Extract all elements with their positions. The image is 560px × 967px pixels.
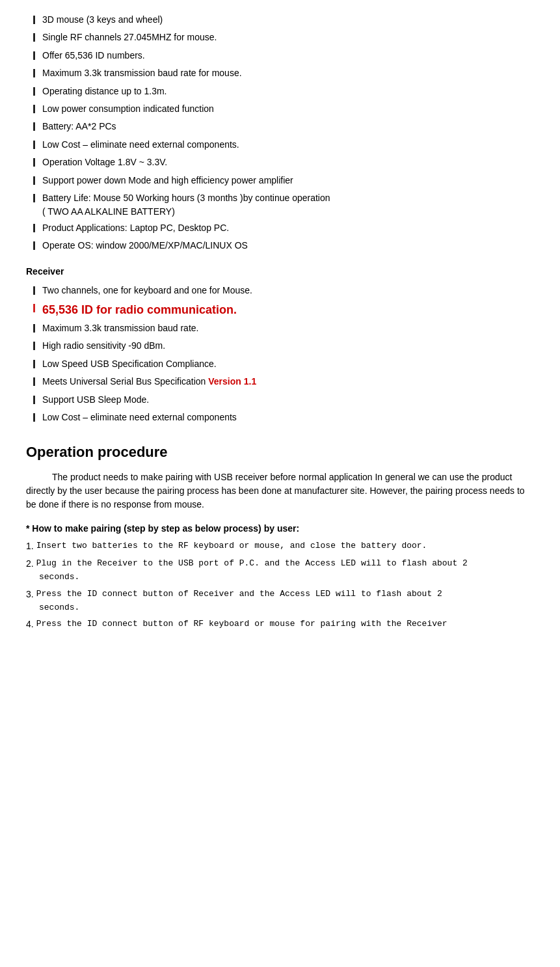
list-item: l Offer 65,536 ID numbers. <box>26 49 534 64</box>
list-item: l Single RF channels 27.045MHZ for mouse… <box>26 31 534 46</box>
list-item: l Support power down Mode and high effic… <box>26 174 534 189</box>
bullet-text: Battery Life: Mouse 50 Working hours (3 … <box>42 191 534 219</box>
list-item: l Maximum 3.3k transmission baud rate fo… <box>26 66 534 81</box>
list-item: l 65,536 ID for radio communication. <box>26 301 534 319</box>
bullet-marker: l <box>33 138 36 153</box>
list-item: l Meets Universal Serial Bus Specificati… <box>26 375 534 390</box>
bullet-marker: l <box>33 393 36 408</box>
bullet-text: Low Speed USB Specification Compliance. <box>42 357 534 371</box>
pairing-heading: * How to make pairing (step by step as b… <box>26 522 534 536</box>
bullet-text: Single RF channels 27.045MHZ for mouse. <box>42 31 534 44</box>
bullet-marker: l <box>33 339 36 354</box>
bullet-marker: l <box>33 284 36 299</box>
bullet-text-highlighted: 65,536 ID for radio communication. <box>42 301 534 319</box>
bullet-marker: l <box>33 66 36 81</box>
list-item: l Support USB Sleep Mode. <box>26 393 534 408</box>
bullet-text: Battery: AA*2 PCs <box>42 120 534 133</box>
bullet-marker: l <box>33 411 36 426</box>
list-item: l Low Cost – eliminate need external com… <box>26 411 534 426</box>
step-3-cont: seconds. <box>39 601 79 614</box>
list-item: l 3D mouse (3 keys and wheel) <box>26 13 534 28</box>
receiver-section: Receiver l Two channels, one for keyboar… <box>26 265 534 426</box>
bullet-text: Operate OS: window 2000/ME/XP/MAC/LINUX … <box>42 239 534 252</box>
step-3: 3. Press the ID connect button of Receiv… <box>26 588 534 614</box>
bullet-marker: l <box>33 239 36 254</box>
step-text-3: Press the ID connect button of Receiver … <box>36 588 442 601</box>
bullet-text: Offer 65,536 ID numbers. <box>42 49 534 62</box>
bullet-text: Low Cost – eliminate need external compo… <box>42 411 534 424</box>
step-num-4: 4. <box>26 618 34 631</box>
list-item: l Two channels, one for keyboard and one… <box>26 284 534 299</box>
step-2-cont: seconds. <box>39 571 79 584</box>
list-item: l Low power consumption indicated functi… <box>26 102 534 117</box>
bullet-marker: l <box>33 321 36 336</box>
step-2: 2. Plug in the Receiver to the USB port … <box>26 557 534 584</box>
bullet-marker-red: l <box>33 301 36 316</box>
bullet-marker: l <box>33 120 36 135</box>
list-item: l Battery Life: Mouse 50 Working hours (… <box>26 191 534 219</box>
bullet-text: Maximum 3.3k transmission baud rate for … <box>42 66 534 80</box>
pairing-section: * How to make pairing (step by step as b… <box>26 522 534 631</box>
bullet-marker: l <box>33 102 36 117</box>
bullet-text: Operating distance up to 1.3m. <box>42 85 534 98</box>
step-text-4: Press the ID connect button of RF keyboa… <box>36 618 534 631</box>
operation-heading: Operation procedure <box>26 441 534 463</box>
bullet-marker: l <box>33 13 36 28</box>
bullet-text: 3D mouse (3 keys and wheel) <box>42 13 534 27</box>
mouse-features-list: l 3D mouse (3 keys and wheel) l Single R… <box>26 13 534 254</box>
step-num-2: 2. <box>26 557 34 571</box>
version-link: Version 1.1 <box>208 376 256 387</box>
bullet-text: Maximum 3.3k transmission baud rate. <box>42 321 534 335</box>
step-num-1: 1. <box>26 539 34 553</box>
bullet-marker: l <box>33 357 36 372</box>
list-item: l Maximum 3.3k transmission baud rate. <box>26 321 534 336</box>
bullet-text: Low Cost – eliminate need external compo… <box>42 138 534 152</box>
step-text-1: Insert two batteries to the RF keyboard … <box>36 539 534 552</box>
list-item: l Operate OS: window 2000/ME/XP/MAC/LINU… <box>26 239 534 254</box>
list-item: l Product Applications: Laptop PC, Deskt… <box>26 221 534 236</box>
bullet-marker: l <box>33 375 36 390</box>
bullet-text: Product Applications: Laptop PC, Desktop… <box>42 221 534 235</box>
step-text-2: Plug in the Receiver to the USB port of … <box>36 557 468 570</box>
list-item: l Low Cost – eliminate need external com… <box>26 138 534 153</box>
bullet-text: Support power down Mode and high efficie… <box>42 174 534 187</box>
bullet-text: Operation Voltage 1.8V ~ 3.3V. <box>42 156 534 169</box>
receiver-features-list: l Two channels, one for keyboard and one… <box>26 284 534 426</box>
bullet-text: High radio sensitivity -90 dBm. <box>42 339 534 353</box>
bullet-marker: l <box>33 49 36 64</box>
bullet-marker: l <box>33 191 36 206</box>
receiver-heading: Receiver <box>26 265 534 279</box>
bullet-marker: l <box>33 31 36 46</box>
step-4: 4. Press the ID connect button of RF key… <box>26 618 534 631</box>
step-num-3: 3. <box>26 588 34 601</box>
operation-section: Operation procedure The product needs to… <box>26 441 534 631</box>
list-item: l Operation Voltage 1.8V ~ 3.3V. <box>26 156 534 170</box>
bullet-text: Low power consumption indicated function <box>42 102 534 116</box>
step-1: 1. Insert two batteries to the RF keyboa… <box>26 539 534 553</box>
bullet-text: Two channels, one for keyboard and one f… <box>42 284 534 297</box>
bullet-marker: l <box>33 85 36 100</box>
bullet-marker: l <box>33 156 36 170</box>
bullet-text: Support USB Sleep Mode. <box>42 393 534 407</box>
list-item: l Low Speed USB Specification Compliance… <box>26 357 534 372</box>
bullet-marker: l <box>33 221 36 236</box>
bullet-text: Meets Universal Serial Bus Specification… <box>42 375 534 388</box>
operation-para: The product needs to make pairing with U… <box>26 470 534 511</box>
list-item: l Operating distance up to 1.3m. <box>26 85 534 100</box>
list-item: l High radio sensitivity -90 dBm. <box>26 339 534 354</box>
bullet-marker: l <box>33 174 36 189</box>
list-item: l Battery: AA*2 PCs <box>26 120 534 135</box>
